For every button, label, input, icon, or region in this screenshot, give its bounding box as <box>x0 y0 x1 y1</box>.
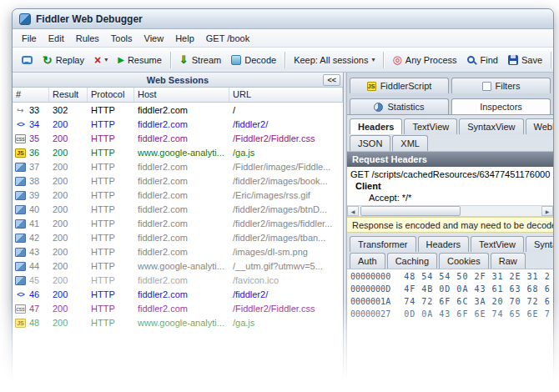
session-url: /__utm.gif?utmwv=5... <box>229 261 343 271</box>
session-row[interactable]: JS36200HTTPwww.google-analyti.../ga.js <box>13 145 343 159</box>
session-num: 37 <box>28 162 49 172</box>
session-type-cell <box>13 189 28 200</box>
resume-button[interactable]: ▶ Resume <box>113 53 166 68</box>
html-icon: <> <box>15 120 26 129</box>
tab-cookies[interactable]: Cookies <box>439 253 489 269</box>
session-row[interactable]: <>34200HTTPfiddler2.com/fiddler2/ <box>13 117 343 131</box>
session-url: /fiddler2/ <box>229 289 343 299</box>
session-type-cell <box>13 260 28 271</box>
menu-item-tools[interactable]: Tools <box>105 31 138 46</box>
tab-headers[interactable]: Headers <box>350 118 402 134</box>
session-row[interactable]: <>46200HTTPfiddler2.com/fiddler2/ <box>13 287 343 301</box>
session-num: 36 <box>28 148 49 158</box>
session-host: fiddler2.com <box>134 275 229 285</box>
session-row[interactable]: css35200HTTPfiddler2.com/Fiddler2/Fiddle… <box>13 131 343 145</box>
tree-client-section[interactable]: Client <box>350 180 550 192</box>
session-row[interactable]: 43200HTTPfiddler2.com/images/dl-sm.png <box>13 244 343 259</box>
session-type-cell <box>13 232 28 243</box>
session-row[interactable]: 40200HTTPfiddler2.com/fiddler2/images/bt… <box>13 202 343 216</box>
tab-auth[interactable]: Auth <box>350 253 385 269</box>
session-row[interactable]: 45200HTTPfiddler2.com/favicon.ico <box>13 273 343 287</box>
column-header-protocol[interactable]: Protocol <box>88 88 134 102</box>
replay-label: Replay <box>56 55 84 65</box>
column-header-host[interactable]: Host <box>134 88 229 102</box>
session-num: 48 <box>28 318 49 328</box>
session-num: 41 <box>28 219 49 229</box>
tab-filters[interactable]: Filters <box>451 78 551 93</box>
menu-item-view[interactable]: View <box>138 31 170 46</box>
session-row[interactable]: 42200HTTPfiddler2.com/fiddler2/images/tb… <box>13 230 343 244</box>
tab-headers[interactable]: Headers <box>418 236 470 252</box>
session-host: fiddler2.com <box>134 219 229 229</box>
tab-syntaxview[interactable]: SyntaxView <box>459 118 523 134</box>
session-num: 34 <box>28 119 49 129</box>
session-type-cell: JS <box>13 317 28 328</box>
menu-item-file[interactable]: File <box>16 31 43 46</box>
hex-row: 0000000D4F 4B 0D 0A 43 61 63 68 65 2D 43… <box>350 284 550 297</box>
session-row[interactable]: 41200HTTPfiddler2.com/fiddler2/images/fi… <box>13 216 343 230</box>
column-header-result[interactable]: Result <box>49 88 88 102</box>
column-header-[interactable]: # <box>13 88 49 102</box>
session-result: 200 <box>49 219 88 229</box>
request-headers-bar: Request Headers <box>347 152 553 167</box>
menu-item-edit[interactable]: Edit <box>43 31 70 46</box>
hex-row: 0000001A74 72 6F 6C 3A 20 70 72 69 76 61… <box>350 297 550 309</box>
tab-inspectors[interactable]: Inspectors <box>451 98 551 114</box>
stream-label: Stream <box>192 55 221 65</box>
session-row[interactable]: ↪33302HTTPfiddler2.com/ <box>13 103 343 117</box>
tab-xml[interactable]: XML <box>392 135 428 151</box>
request-line[interactable]: GET /scripts/cachedResources/63477451176… <box>347 167 553 180</box>
menu-item-get-book[interactable]: GET /book <box>200 31 255 46</box>
tree-accept-item[interactable]: Accept: */* <box>350 192 550 204</box>
collapse-sessions-button[interactable]: << <box>323 74 340 86</box>
encoding-warning-bar[interactable]: Response is encoded and may need to be d… <box>347 217 553 233</box>
session-row[interactable]: 39200HTTPfiddler2.com/Eric/images/rss.gi… <box>13 188 343 202</box>
replay-button[interactable]: ↻ Replay <box>38 52 88 68</box>
keep-sessions-dropdown[interactable]: Keep: All sessions ▾ <box>290 53 379 68</box>
remove-sessions-button[interactable]: × ▾ <box>90 52 112 68</box>
session-url: /fiddler2/ <box>229 119 343 129</box>
js-icon: JS <box>15 148 26 158</box>
session-row[interactable]: 37200HTTPfiddler2.com/Fiddler/images/Fid… <box>13 159 343 173</box>
tab-textview[interactable]: TextView <box>471 236 524 252</box>
request-tabs-row1: HeadersTextViewSyntaxViewWebForms <box>347 115 553 134</box>
session-row[interactable]: css47200HTTPfiddler2.com/Fiddler2/Fiddle… <box>13 301 343 315</box>
tab-raw[interactable]: Raw <box>491 253 526 269</box>
tab-transformer[interactable]: Transformer <box>350 236 416 252</box>
session-row[interactable]: 44200HTTPwww.google-analyti.../__utm.gif… <box>13 259 343 273</box>
decode-button[interactable]: Decode <box>227 53 280 68</box>
menu-item-rules[interactable]: Rules <box>70 31 105 46</box>
session-row[interactable]: 38200HTTPfiddler2.com/fiddler2/images/bo… <box>13 173 343 188</box>
tab-fiddlerscript[interactable]: JSFiddlerScript <box>350 78 449 93</box>
tab-textview[interactable]: TextView <box>404 118 457 134</box>
tab-syntaxview[interactable]: SyntaxView <box>526 236 553 252</box>
session-host: fiddler2.com <box>134 304 229 314</box>
hex-view[interactable]: 0000000048 54 54 50 2F 31 2E 31 20 32 30… <box>347 269 553 388</box>
menu-item-help[interactable]: Help <box>169 31 200 46</box>
tab-caching[interactable]: Caching <box>387 253 437 269</box>
img-icon <box>15 219 26 229</box>
tab-webforms[interactable]: WebForms <box>526 118 553 134</box>
find-button[interactable]: Find <box>463 53 502 68</box>
session-num: 46 <box>28 289 49 299</box>
scrollbar-thumb[interactable] <box>360 206 461 216</box>
process-target-icon: ◎ <box>392 54 401 65</box>
stream-button[interactable]: ⇓ Stream <box>175 52 225 68</box>
comment-button[interactable] <box>18 53 37 67</box>
column-header-url[interactable]: URL <box>229 88 343 102</box>
session-url: /fiddler2/images/fiddler... <box>229 219 343 229</box>
title-bar[interactable]: Fiddler Web Debugger <box>13 9 553 29</box>
any-process-button[interactable]: ◎ Any Process <box>388 52 461 68</box>
menu-bar: FileEditRulesToolsViewHelpGET /book <box>13 29 553 48</box>
main-tabs-row1: JSFiddlerScriptFilters <box>347 73 553 93</box>
session-row[interactable]: JS48200HTTPwww.google-analyti.../ga.js <box>13 315 343 329</box>
tab-statistics[interactable]: Statistics <box>350 98 449 114</box>
scroll-right-icon[interactable]: ▶ <box>541 206 553 216</box>
hex-bytes: 74 72 6F 6C 3A 20 70 72 69 76 61 74 65 <box>404 297 550 309</box>
response-tabs-row2: AuthCachingCookiesRaw <box>347 252 553 269</box>
horizontal-scrollbar[interactable]: ◀ ▶ <box>347 205 553 217</box>
save-button[interactable]: Save <box>504 53 546 68</box>
scroll-left-icon[interactable]: ◀ <box>347 206 359 216</box>
tab-json[interactable]: JSON <box>350 135 390 151</box>
session-type-cell: ↪ <box>13 104 28 115</box>
